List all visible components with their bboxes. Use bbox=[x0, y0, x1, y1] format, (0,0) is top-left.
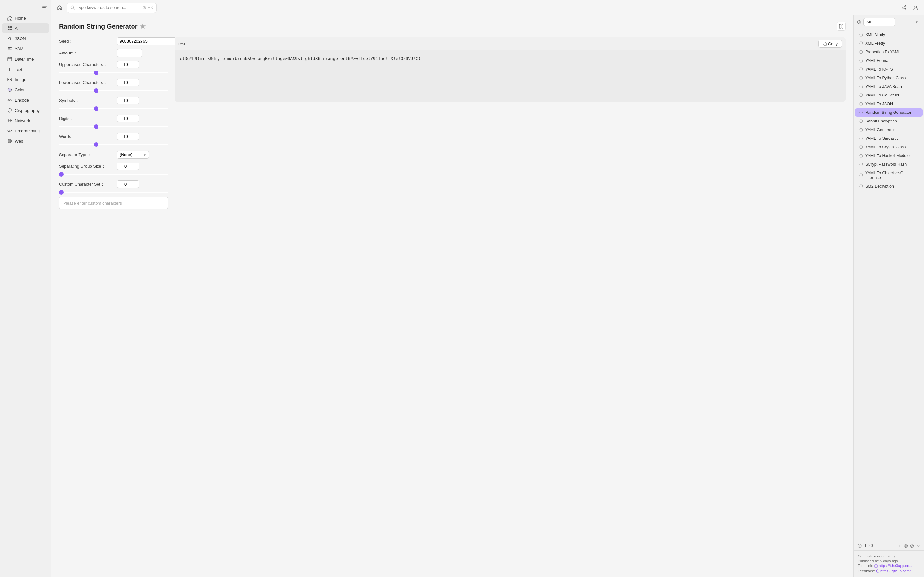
svg-point-25 bbox=[905, 8, 906, 10]
svg-point-48 bbox=[859, 145, 863, 149]
rs-feedback-label: Feedback: bbox=[858, 569, 875, 573]
svg-line-26 bbox=[903, 6, 905, 7]
rs-item-label-yaml-go: YAML To Go Struct bbox=[865, 93, 899, 97]
digits-value-input[interactable] bbox=[117, 115, 139, 122]
lowercased-value-input[interactable] bbox=[117, 79, 139, 86]
words-row: Words： bbox=[59, 133, 168, 146]
tool-panel: Random String Generator ★ Seed： bbox=[51, 15, 853, 577]
svg-rect-29 bbox=[839, 24, 841, 28]
seed-input-wrap bbox=[117, 37, 183, 45]
sidebar-item-text[interactable]: T Text bbox=[2, 64, 49, 74]
feedback-link[interactable]: https://github.com/... bbox=[880, 569, 914, 573]
rs-item-yaml-go[interactable]: YAML To Go Struct bbox=[855, 91, 923, 99]
rs-item-properties-yaml[interactable]: Properties To YAML bbox=[855, 48, 923, 56]
amount-input[interactable] bbox=[117, 49, 142, 57]
result-text: ct3g*h9(milk8dryformerbreak&UwrongBvilla… bbox=[174, 50, 846, 102]
font-icon[interactable]: T bbox=[898, 544, 902, 548]
words-slider[interactable] bbox=[59, 144, 168, 145]
rs-item-sm2[interactable]: SM2 Decryption bbox=[855, 182, 923, 190]
words-value-input[interactable] bbox=[117, 133, 139, 140]
yaml-icon bbox=[7, 46, 12, 51]
account-button[interactable] bbox=[911, 3, 920, 12]
rs-item-yaml-haskell[interactable]: YAML To Haskell Module bbox=[855, 152, 923, 160]
separating-group-value-input[interactable] bbox=[117, 163, 139, 170]
share-button[interactable] bbox=[900, 3, 909, 12]
copy-button[interactable]: Copy bbox=[819, 40, 842, 48]
sidebar-item-cryptography[interactable]: Cryptography bbox=[2, 105, 49, 115]
rs-item-yaml-objc[interactable]: YAML To Objective-C Interface bbox=[855, 169, 923, 182]
rs-item-yaml-java[interactable]: YAML To JAVA Bean bbox=[855, 82, 923, 91]
rs-item-xml-pretty[interactable]: XML Pretty bbox=[855, 39, 923, 47]
sidebar-item-network[interactable]: Network bbox=[2, 116, 49, 125]
rs-item-rabbit-encryption[interactable]: Rabbit Encryption bbox=[855, 117, 923, 125]
search-kbd: ⌘ + K bbox=[143, 5, 153, 10]
globe-icon[interactable] bbox=[904, 544, 908, 548]
sidebar-item-datetime[interactable]: Date/Time bbox=[2, 54, 49, 64]
copy-label: Copy bbox=[828, 41, 838, 46]
filter-dropdown-icon: ▼ bbox=[915, 20, 918, 24]
sidebar-item-color[interactable]: Color bbox=[2, 85, 49, 95]
rs-item-icon-yaml-sarcastic bbox=[859, 136, 863, 141]
feedback-link-icon bbox=[876, 569, 879, 573]
circle-check-icon[interactable] bbox=[910, 544, 914, 548]
rs-item-yaml-sarcastic[interactable]: YAML To Sarcastic bbox=[855, 134, 923, 143]
sidebar-network-label: Network bbox=[15, 118, 30, 123]
uppercased-slider[interactable] bbox=[59, 72, 168, 73]
rs-item-scrypt[interactable]: SCrypt Password Hash bbox=[855, 160, 923, 169]
sidebar-item-json[interactable]: {} JSON bbox=[2, 34, 49, 43]
result-panel: result Copy ct3g*h9(milk8dryformerbreak&… bbox=[174, 37, 846, 102]
rs-tool-link-row: Tool Link: https://t.he3app.co... bbox=[858, 564, 920, 568]
rs-item-yaml-crystal[interactable]: YAML To Crystal Class bbox=[855, 143, 923, 151]
lowercased-slider[interactable] bbox=[59, 90, 168, 91]
sidebar-item-encode[interactable]: </> Encode bbox=[2, 95, 49, 105]
separating-group-label: Separating Group Size： bbox=[59, 163, 117, 169]
sidebar-item-programming[interactable]: Programming bbox=[2, 126, 49, 135]
rs-item-icon-scrypt bbox=[859, 162, 863, 167]
sidebar-item-yaml[interactable]: YAML bbox=[2, 44, 49, 53]
uppercased-value-input[interactable] bbox=[117, 61, 139, 68]
tool-controls: Seed： Amount： bbox=[59, 37, 168, 214]
chevron-down-icon[interactable] bbox=[916, 544, 920, 548]
svg-rect-60 bbox=[875, 565, 877, 568]
home-button[interactable] bbox=[55, 3, 64, 12]
rs-item-yaml-json[interactable]: YAML To JSON bbox=[855, 100, 923, 108]
svg-rect-32 bbox=[824, 43, 827, 45]
seed-input[interactable] bbox=[117, 37, 176, 45]
tool-link-icon bbox=[874, 564, 878, 568]
separating-group-slider[interactable] bbox=[59, 174, 168, 175]
symbols-value-input[interactable] bbox=[117, 97, 139, 104]
digits-slider[interactable] bbox=[59, 126, 168, 127]
search-input[interactable] bbox=[77, 5, 141, 10]
rs-item-yaml-io-ts[interactable]: YAML To IO-TS bbox=[855, 65, 923, 73]
sidebar-all-label: All bbox=[15, 26, 19, 31]
rs-item-yaml-format[interactable]: YAML Format bbox=[855, 56, 923, 65]
filter-select[interactable]: All bbox=[863, 18, 895, 26]
datetime-icon bbox=[7, 56, 12, 61]
tool-link[interactable]: https://t.he3app.co... bbox=[879, 564, 912, 568]
rs-item-icon-properties-yaml bbox=[859, 50, 863, 54]
sidebar-item-web[interactable]: Web bbox=[2, 136, 49, 146]
rs-item-yaml-generator[interactable]: YAML Generator bbox=[855, 126, 923, 134]
layout-toggle-button[interactable] bbox=[837, 22, 846, 31]
favorite-button[interactable]: ★ bbox=[140, 23, 145, 30]
rs-feedback-row: Feedback: https://github.com/... bbox=[858, 569, 920, 573]
svg-point-20 bbox=[8, 139, 11, 143]
rs-item-icon-random-string bbox=[859, 110, 863, 115]
rs-item-label-yaml-io-ts: YAML To IO-TS bbox=[865, 67, 893, 71]
custom-char-text-input[interactable] bbox=[59, 197, 168, 210]
rs-item-yaml-python[interactable]: YAML To Python Class bbox=[855, 74, 923, 82]
symbols-slider[interactable] bbox=[59, 108, 168, 109]
sidebar-image-label: Image bbox=[15, 77, 26, 82]
sidebar-toggle[interactable] bbox=[0, 3, 51, 13]
rs-item-random-string[interactable]: Random String Generator bbox=[855, 108, 923, 117]
sidebar-item-home[interactable]: Home bbox=[2, 13, 49, 23]
home-icon bbox=[7, 15, 12, 21]
search-bar: ⌘ + K bbox=[67, 3, 157, 13]
sidebar-item-all[interactable]: All bbox=[2, 23, 49, 33]
rs-item-xml-minify[interactable]: XML Minify bbox=[855, 31, 923, 39]
custom-char-slider[interactable] bbox=[59, 192, 168, 193]
separator-select[interactable]: (None) Space Comma Newline Tab bbox=[117, 151, 149, 159]
custom-char-value-input[interactable] bbox=[117, 181, 139, 188]
filter-icon bbox=[857, 20, 861, 24]
sidebar-item-image[interactable]: Image bbox=[2, 75, 49, 84]
